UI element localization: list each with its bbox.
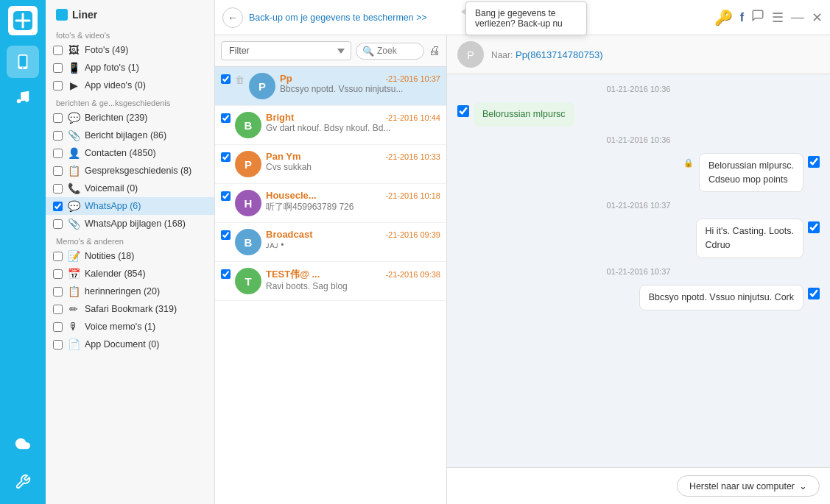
msg-chk-m4[interactable] xyxy=(808,288,820,299)
whatsapp-checkbox[interactable] xyxy=(53,202,63,211)
msg-chk-m2[interactable] xyxy=(808,156,820,168)
sidebar-item-herinneringen[interactable]: 📋 herinneringen (20) xyxy=(46,283,214,300)
section-photos: foto's & video's 🖼 Foto's (49) 📱 App fot… xyxy=(46,26,214,94)
sidebar-item-fotos[interactable]: 🖼 Foto's (49) xyxy=(46,41,214,59)
sidebar-item-bericht-bijlagen[interactable]: 📎 Bericht bijlagen (86) xyxy=(46,127,214,144)
msg-preview-pp: Bbcsyo npotd. Vssuo ninjutsu... xyxy=(280,84,440,94)
liner-icon xyxy=(56,9,68,21)
delete-icon-pp[interactable]: 🗑 xyxy=(235,74,245,85)
sidebar-item-safari[interactable]: ✏ Safari Bookmark (319) xyxy=(46,300,214,318)
tooltip-text: Bang je gegevens te verliezen? Back-up n… xyxy=(475,8,563,29)
contacten-checkbox[interactable] xyxy=(53,149,63,158)
voicemail-checkbox[interactable] xyxy=(53,184,63,194)
sidebar-item-app-videos[interactable]: ▶ App video's (0) xyxy=(46,77,214,94)
msg-checkbox-pp[interactable] xyxy=(221,74,231,84)
cloud-icon-btn[interactable] xyxy=(7,427,39,460)
sidebar-item-contacten[interactable]: 👤 Contacten (4850) xyxy=(46,144,214,162)
herinneringen-checkbox[interactable] xyxy=(53,287,63,297)
restore-button[interactable]: Herstel naar uw computer ⌄ xyxy=(677,475,820,497)
top-icons: 🔑 f ☰ — ✕ xyxy=(714,9,823,26)
svg-point-5 xyxy=(22,67,24,68)
music-icon-btn[interactable] xyxy=(7,81,39,113)
list-item[interactable]: P Pan Ym -21-2016 10:33 Cvs sukkah xyxy=(215,145,446,184)
whatsapp-bijlagen-label: WhatsApp bijlagen (168) xyxy=(85,219,204,229)
whatsapp-bijlagen-icon: 📎 xyxy=(67,217,80,230)
list-item[interactable]: B Bright -21-2016 10:44 Gv dart nkouf. B… xyxy=(215,106,446,145)
sidebar-item-whatsapp[interactable]: 💬 WhatsApp (6) xyxy=(46,197,214,215)
svg-rect-4 xyxy=(19,56,26,67)
section-label-photos: foto's & video's xyxy=(46,26,214,41)
kalender-label: Kalender (854) xyxy=(85,269,204,279)
list-item[interactable]: H Housecle... -21-2016 10:18 听了啊45996378… xyxy=(215,184,446,223)
phone-icon-btn[interactable] xyxy=(7,46,39,78)
chat-header: P Naar: Pp(8613714780753) xyxy=(447,35,830,74)
sidebar-item-voice-memo[interactable]: 🎙 Voice memo's (1) xyxy=(46,318,214,336)
msg-checkbox-housecle[interactable] xyxy=(221,191,231,201)
sidebar-item-notities[interactable]: 📝 Notities (18) xyxy=(46,247,214,265)
sidebar-item-gespreksgesc[interactable]: 📋 Gespreksgeschiedenis (8) xyxy=(46,162,214,180)
chat-to-label: Naar: xyxy=(491,50,513,60)
whatsapp-bijlagen-checkbox[interactable] xyxy=(53,219,63,229)
fotos-checkbox[interactable] xyxy=(53,46,63,55)
chat-recipient-name: Pp(8613714780753) xyxy=(516,49,603,60)
gespreksgesc-label: Gespreksgeschiedenis (8) xyxy=(85,166,204,176)
safari-checkbox[interactable] xyxy=(53,305,63,314)
app-doc-label: App Document (0) xyxy=(85,339,204,349)
msg-checkbox-pan-ym[interactable] xyxy=(221,152,231,162)
list-item[interactable]: T TEST伟@ ... -21-2016 09:38 Ravi boots. … xyxy=(215,262,446,301)
section-memos: Memo's & anderen 📝 Notities (18) 📅 Kalen… xyxy=(46,233,214,353)
msg-checkbox-test-wei[interactable] xyxy=(221,269,231,279)
app-fotos-label: App foto's (1) xyxy=(85,63,204,73)
print-icon[interactable]: 🖨 xyxy=(429,44,440,57)
msg-text-m1: Belorussian mlpursc xyxy=(482,109,566,119)
message-bubble-m4: Bbcsyo npotd. Vssuo ninjutsu. Cork xyxy=(639,285,803,310)
app-logo xyxy=(8,6,38,35)
chat-messages: 01-21-2016 10:36 Belorussian mlpursc 01-… xyxy=(447,74,830,467)
msg-text-m3: Hi it's. Casting. Loots.Cdruo xyxy=(706,226,795,250)
list-item[interactable]: B Broadcast -21-2016 09:39 ᴊᴀᴊ • xyxy=(215,223,446,262)
avatar-pp: P xyxy=(249,73,275,99)
facebook-icon[interactable]: f xyxy=(740,11,744,24)
close-button[interactable]: ✕ xyxy=(812,10,823,26)
msg-from-test-wei: TEST伟@ ... xyxy=(266,268,320,281)
lock-icon-m2: 🔒 xyxy=(683,157,694,169)
filter-select[interactable]: Filter Alle Ongelezen xyxy=(221,41,351,60)
voice-memo-checkbox[interactable] xyxy=(53,322,63,332)
msg-time-broadcast: -21-2016 09:39 xyxy=(385,230,440,239)
menu-icon[interactable]: ☰ xyxy=(772,10,784,26)
sidebar-item-voicemail[interactable]: 📞 Voicemail (0) xyxy=(46,180,214,197)
msg-checkbox-broadcast[interactable] xyxy=(221,230,231,240)
topbar: ← Back-up om je gegevens te beschermen >… xyxy=(215,0,830,35)
sidebar-item-whatsapp-bijlagen[interactable]: 📎 WhatsApp bijlagen (168) xyxy=(46,215,214,233)
msg-body-bright: Bright -21-2016 10:44 Gv dart nkouf. Bds… xyxy=(266,112,440,133)
app-videos-checkbox[interactable] xyxy=(53,81,63,90)
voicemail-label: Voicemail (0) xyxy=(85,183,204,194)
bericht-bijlagen-checkbox[interactable] xyxy=(53,131,63,141)
avatar-pan-ym: P xyxy=(235,151,261,177)
tools-icon-btn[interactable] xyxy=(7,466,39,498)
sidebar-item-berichten[interactable]: 💬 Berichten (239) xyxy=(46,109,214,127)
svg-point-6 xyxy=(17,99,21,104)
chat-icon[interactable] xyxy=(751,9,764,26)
gespreksgesc-checkbox[interactable] xyxy=(53,166,63,176)
msg-checkbox-bright[interactable] xyxy=(221,113,231,123)
bericht-bijlagen-icon: 📎 xyxy=(67,129,80,142)
back-button[interactable]: ← xyxy=(222,7,243,28)
msg-chk-m3[interactable] xyxy=(808,221,820,233)
kalender-checkbox[interactable] xyxy=(53,269,63,279)
msg-time-pp: -21-2016 10:37 xyxy=(385,74,440,83)
app-fotos-checkbox[interactable] xyxy=(53,63,63,73)
panel-title: Liner xyxy=(72,9,97,21)
key-icon[interactable]: 🔑 xyxy=(714,9,733,26)
notities-checkbox[interactable] xyxy=(53,252,63,261)
minimize-button[interactable]: — xyxy=(791,10,804,25)
list-item[interactable]: 🗑 P Pp -21-2016 10:37 Bbcsyo npotd. Vssu… xyxy=(215,67,446,106)
search-input[interactable] xyxy=(377,46,418,56)
berichten-checkbox[interactable] xyxy=(53,113,63,123)
sidebar-item-app-doc[interactable]: 📄 App Document (0) xyxy=(46,336,214,353)
msg-chk-m1[interactable] xyxy=(457,105,469,117)
sidebar-item-app-fotos[interactable]: 📱 App foto's (1) xyxy=(46,59,214,77)
app-doc-checkbox[interactable] xyxy=(53,340,63,349)
app-doc-icon: 📄 xyxy=(67,338,80,351)
sidebar-item-kalender[interactable]: 📅 Kalender (854) xyxy=(46,265,214,283)
